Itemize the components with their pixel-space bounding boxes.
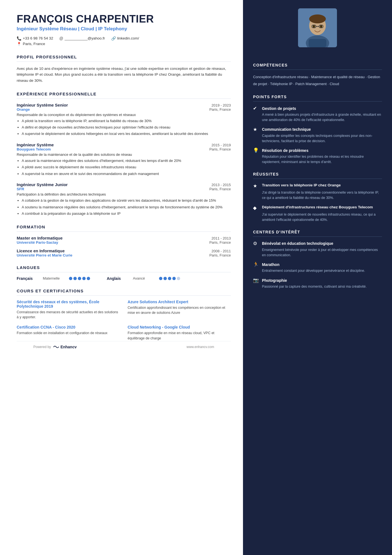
svg-rect-9 — [309, 39, 326, 47]
dot — [69, 277, 72, 280]
experience-divider — [17, 98, 231, 99]
reussite-2: ◆ Déploiement d'infrastructures réseau c… — [253, 205, 382, 223]
phone-icon: 📞 — [17, 36, 21, 41]
edu-2-dates: 2008 - 2011 — [212, 249, 231, 253]
strength-1-desc: A mené à bien plusieurs projets d'infras… — [262, 112, 382, 123]
dot — [82, 277, 86, 280]
lang-2-dots — [159, 277, 180, 280]
langues-title: LANGUES — [17, 265, 231, 270]
list-item: A supervisé le déploiement de solutions … — [22, 131, 231, 137]
contact-row: 📞 +33 6 98 76 54 32 @ ___________@yahoo.… — [17, 36, 231, 41]
cert-2: Azure Solutions Architect Expert Certifi… — [128, 300, 231, 320]
job-2-dates: 2015 - 2019 — [212, 143, 231, 147]
reussite-2-title: Déploiement d'infrastructures réseau che… — [262, 205, 373, 210]
bulb-icon: 💡 — [253, 147, 259, 153]
dot — [163, 277, 167, 280]
right-column: COMPÉTENCES Conception d'infrastructure … — [243, 0, 392, 555]
job-1: Ingénieur Système Senior 2019 - 2023 Ora… — [17, 103, 231, 137]
strength-3-title: Résolution de problèmes — [262, 148, 308, 153]
linkedin-icon: 🔗 — [111, 36, 116, 41]
cert-3-desc: Formation solide en installation et conf… — [17, 330, 120, 336]
reussite-1: ★ Transition vers la téléphonie IP chez … — [253, 183, 382, 201]
enhancv-logo-svg — [53, 345, 59, 349]
edu-1-school: Université Paris-Saclay — [17, 240, 58, 245]
centres-title: CENTRES D'INTÉRÊT — [253, 230, 382, 234]
job-3-company: SFR — [17, 187, 24, 191]
interest-1-desc: Enseignement bénévole pour rester à jour… — [262, 247, 382, 258]
job-3-bullets: A collaboré à la gestion de la migration… — [22, 198, 231, 216]
experience-section: EXPÉRIENCE PROFESSIONNELLE Ingénieur Sys… — [17, 92, 231, 217]
formation-title: FORMATION — [17, 225, 231, 229]
certifications-divider — [17, 295, 231, 296]
cert-3: Certification CCNA - Cisco 2020 Formatio… — [17, 325, 120, 341]
cert-2-desc: Certification approfondissant les compét… — [128, 305, 231, 316]
cert-3-title: Certification CCNA - Cisco 2020 — [17, 325, 120, 329]
list-item: A piloté la transition vers la téléphoni… — [22, 118, 231, 124]
email-contact: @ ___________@yahoo.fr — [59, 36, 105, 41]
centres-section: CENTRES D'INTÉRÊT ⚙ Bénévolat en éducati… — [253, 230, 382, 289]
job-3-company-row: SFR Paris, France — [17, 187, 231, 191]
job-2-location: Paris, France — [209, 147, 231, 151]
candidate-title: Ingénieur Système Réseau | Cloud | IP Te… — [17, 26, 231, 32]
job-3: Ingénieur Système Junior 2013 - 2015 SFR… — [17, 182, 231, 216]
competences-section: COMPÉTENCES Conception d'infrastructure … — [253, 63, 382, 87]
strength-1-title: Gestion de projets — [262, 106, 296, 111]
job-1-bullets: A piloté la transition vers la téléphoni… — [22, 118, 231, 137]
footer: Powered by Enhancv www.enhancv.com — [17, 341, 231, 352]
job-1-dates: 2019 - 2023 — [212, 103, 231, 107]
certs-grid: Sécurité des réseaux et des systèmes, Éc… — [17, 300, 231, 341]
langues-row: Français Maternelle Anglais Avancé — [17, 276, 231, 281]
reussite-1-desc: J'ai dirigé la transition de la téléphon… — [262, 190, 382, 201]
strength-3-header: 💡 Résolution de problèmes — [253, 147, 382, 153]
certifications-section: COURS ET CERTIFICATIONS Sécurité des rés… — [17, 288, 231, 341]
avatar — [298, 8, 337, 47]
langues-divider — [17, 272, 231, 272]
edu-2-location: Paris, France — [209, 253, 231, 257]
strength-2-header: ★ Communication technique — [253, 127, 382, 132]
left-column: FRANÇOIS CHARPENTIER Ingénieur Système R… — [0, 0, 243, 555]
profil-title: PROFIL PROFESSIONNEL — [17, 55, 231, 59]
phone-contact: 📞 +33 6 98 76 54 32 — [17, 36, 53, 41]
enhancv-logo: Enhancv — [53, 345, 76, 349]
job-2-desc: Responsable de la maintenance et de la q… — [17, 152, 231, 157]
footer-website: www.enhancv.com — [187, 345, 214, 349]
interest-2-header: 🏃 Marathon — [253, 262, 382, 267]
dot — [159, 277, 162, 280]
email-icon: @ — [59, 36, 63, 41]
enhancv-brand: Enhancv — [60, 345, 76, 349]
points-forts-title: POINTS FORTS — [253, 95, 382, 99]
edu-2-header: Licence en Informatique 2008 - 2011 — [17, 248, 231, 253]
svg-point-8 — [320, 25, 322, 28]
job-1-location: Paris, France — [209, 107, 231, 112]
edu-2-school-row: Université Pierre et Marie Curie Paris, … — [17, 253, 231, 257]
profil-text: Avec plus de 10 ans d'expérience en ingé… — [17, 66, 231, 84]
cert-2-title: Azure Solutions Architect Expert — [128, 300, 231, 304]
reussite-1-title: Transition vers la téléphonie IP chez Or… — [262, 183, 341, 188]
job-1-company-row: Orange Paris, France — [17, 107, 231, 112]
cert-4-title: Cloud Networking - Google Cloud — [128, 325, 231, 329]
lang-1: Français Maternelle — [17, 276, 90, 281]
list-item: A assuré la maintenance régulière des so… — [22, 158, 231, 164]
interest-1-title: Bénévolat en éducation technologique — [262, 241, 333, 246]
avatar-svg — [298, 8, 337, 47]
job-3-desc: Participation à la définition des archit… — [17, 192, 231, 196]
job-1-company: Orange — [17, 107, 30, 112]
edu-2-school: Université Pierre et Marie Curie — [17, 253, 72, 257]
gear-icon: ⚙ — [253, 241, 259, 246]
job-3-location: Paris, France — [209, 187, 231, 191]
edu-1-school-row: Université Paris-Saclay Paris, France — [17, 240, 231, 245]
strength-3: 💡 Résolution de problèmes Réputation pou… — [253, 147, 382, 165]
avatar-placeholder — [298, 8, 337, 47]
formation-divider — [17, 231, 231, 232]
profil-divider — [17, 61, 231, 62]
lang-2-name: Anglais — [107, 276, 129, 281]
strength-3-desc: Réputation pour identifier les problèmes… — [262, 154, 382, 165]
job-1-header: Ingénieur Système Senior 2019 - 2023 — [17, 103, 231, 107]
job-2-company-row: Bouygues Telecom Paris, France — [17, 147, 231, 151]
interest-3-header: 📷 Photographie — [253, 277, 382, 283]
list-item: A contribué à la préparation du passage … — [22, 211, 231, 216]
langues-section: LANGUES Français Maternelle Anglais — [17, 265, 231, 281]
header: FRANÇOIS CHARPENTIER Ingénieur Système R… — [17, 13, 231, 46]
location-value: Paris, France — [23, 42, 45, 46]
job-3-dates: 2013 - 2015 — [212, 183, 231, 187]
